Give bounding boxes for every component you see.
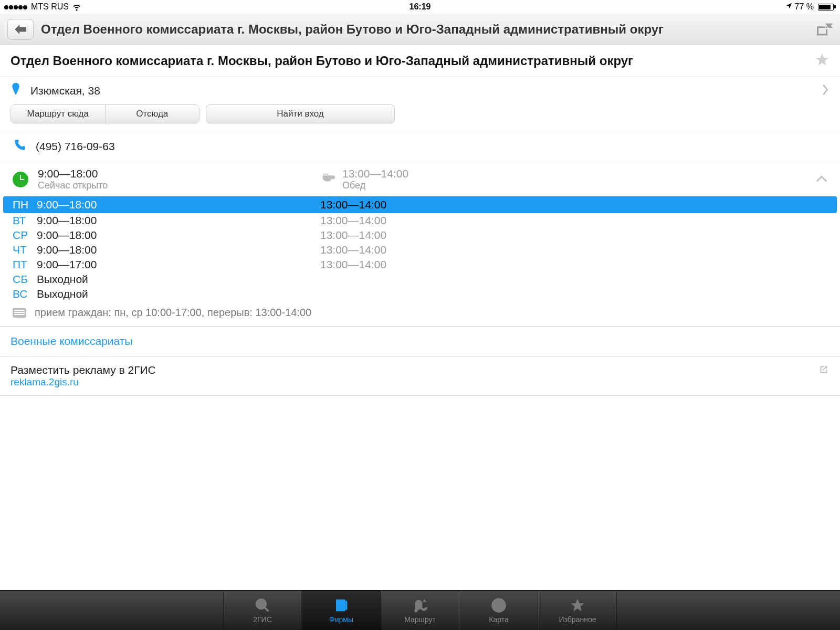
svg-point-8: [414, 608, 417, 612]
wifi-icon: [72, 2, 81, 12]
address-row[interactable]: Изюмская, 38: [0, 77, 840, 104]
category-link[interactable]: Военные комиссариаты: [0, 327, 840, 356]
note-icon: [13, 308, 26, 318]
tab-favorites[interactable]: Избранное: [538, 591, 617, 630]
status-bar: MTS RUS 16:19 77 %: [0, 0, 840, 14]
svg-rect-3: [336, 599, 345, 611]
favorite-star-button[interactable]: [815, 52, 830, 69]
route-from-button[interactable]: Отсюда: [106, 105, 200, 123]
schedule-day: ЧТ: [13, 244, 37, 256]
svg-rect-7: [338, 606, 343, 607]
schedule-day: ПН: [13, 198, 37, 211]
schedule-hours: 9:00—17:00: [37, 258, 320, 271]
chevron-right-icon: [821, 84, 830, 98]
schedule-hours: 9:00—18:00: [37, 214, 320, 227]
schedule-day: СБ: [13, 273, 37, 286]
tab-firms[interactable]: Фирмы: [302, 591, 381, 630]
schedule-hours: 9:00—18:00: [37, 198, 320, 211]
hours-summary-row[interactable]: 9:00—18:00 Сейчас открыто 13:00—14:00 Об…: [0, 162, 840, 196]
external-link-icon: [818, 364, 830, 388]
schedule-row: СР9:00—18:0013:00—14:00: [0, 228, 840, 243]
svg-rect-6: [338, 604, 343, 605]
schedule-row: ЧТ9:00—18:0013:00—14:00: [0, 243, 840, 257]
clock-icon: [13, 172, 28, 187]
page-title: Отдел Военного комиссариата г. Москвы, р…: [41, 22, 807, 37]
svg-point-2: [257, 599, 266, 608]
schedule-break: 13:00—14:00: [320, 198, 386, 211]
schedule-row: СБВыходной: [0, 272, 840, 287]
carrier-label: MTS RUS: [31, 2, 69, 12]
share-button[interactable]: [815, 22, 833, 37]
svg-marker-0: [15, 25, 26, 34]
schedule-break: 13:00—14:00: [320, 229, 386, 242]
location-services-icon: [785, 2, 793, 12]
back-button[interactable]: [7, 19, 34, 40]
schedule-row: ВСВыходной: [0, 287, 840, 301]
cup-icon: [320, 171, 335, 188]
address-text: Изюмская, 38: [30, 85, 812, 97]
svg-rect-5: [338, 602, 343, 603]
break-range: 13:00—14:00: [342, 167, 408, 180]
signal-strength-icon: [4, 2, 28, 12]
tab-map-label: Карта: [489, 615, 508, 624]
tab-map[interactable]: Карта: [459, 591, 538, 630]
schedule-break: 13:00—14:00: [320, 244, 386, 256]
schedule-row: ПН9:00—18:0013:00—14:00: [3, 196, 837, 213]
schedule-row: ВТ9:00—18:0013:00—14:00: [0, 213, 840, 228]
schedule-hours: Выходной: [37, 273, 320, 286]
hours-section: 9:00—18:00 Сейчас открыто 13:00—14:00 Об…: [0, 162, 840, 327]
phone-row[interactable]: (495) 716-09-63: [0, 131, 840, 162]
hours-status: Сейчас открыто: [38, 180, 311, 191]
phone-number: (495) 716-09-63: [36, 140, 115, 153]
chevron-up-icon: [816, 174, 827, 185]
schedule-day: ВТ: [13, 214, 37, 227]
tab-search-label: 2ГИС: [253, 615, 272, 624]
route-to-button[interactable]: Маршрут сюда: [11, 105, 106, 123]
ad-row[interactable]: Разместить рекламу в 2ГИС reklama.2gis.r…: [0, 356, 840, 396]
schedule-row: ПТ9:00—17:0013:00—14:00: [0, 257, 840, 272]
tab-route-label: Маршрут: [404, 615, 436, 624]
tab-favorites-label: Избранное: [559, 615, 596, 624]
schedule-day: ПТ: [13, 258, 37, 271]
schedule-note-row: прием граждан: пн, ср 10:00-17:00, перер…: [0, 301, 840, 326]
schedule-break: 13:00—14:00: [320, 214, 386, 227]
address-section: Изюмская, 38 Маршрут сюда Отсюда Найти в…: [0, 77, 840, 131]
schedule-hours: Выходной: [37, 288, 320, 300]
route-segmented-control: Маршрут сюда Отсюда: [10, 104, 200, 123]
break-label: Обед: [342, 180, 408, 191]
schedule-hours: 9:00—18:00: [37, 229, 320, 242]
schedule-break: 13:00—14:00: [320, 258, 386, 271]
schedule-hours: 9:00—18:00: [37, 244, 320, 256]
org-title-row: Отдел Военного комиссариата г. Москвы, р…: [0, 45, 840, 77]
tab-bar: 2ГИС Фирмы Маршрут Карта Избранное: [0, 590, 840, 630]
schedule-list: ПН9:00—18:0013:00—14:00ВТ9:00—18:0013:00…: [0, 196, 840, 301]
schedule-day: СР: [13, 229, 37, 242]
org-title: Отдел Военного комиссариата г. Москвы, р…: [10, 54, 815, 68]
content: Отдел Военного комиссариата г. Москвы, р…: [0, 45, 840, 396]
ad-title: Разместить рекламу в 2ГИС: [10, 364, 818, 376]
tab-search[interactable]: 2ГИС: [223, 591, 302, 630]
clock-label: 16:19: [410, 2, 431, 12]
battery-label: 77 %: [795, 2, 814, 12]
hours-range: 9:00—18:00: [38, 167, 311, 180]
tab-route[interactable]: Маршрут: [381, 591, 459, 630]
nav-header: Отдел Военного комиссариата г. Москвы, р…: [0, 14, 840, 45]
schedule-note: прием граждан: пн, ср 10:00-17:00, перер…: [35, 307, 311, 319]
phone-icon: [13, 139, 26, 154]
tab-firms-label: Фирмы: [329, 615, 353, 624]
pin-icon: [10, 82, 21, 99]
svg-rect-4: [345, 601, 348, 610]
ad-link: reklama.2gis.ru: [10, 376, 818, 388]
schedule-day: ВС: [13, 288, 37, 300]
find-entrance-button[interactable]: Найти вход: [206, 104, 395, 123]
battery-icon: [816, 4, 836, 10]
